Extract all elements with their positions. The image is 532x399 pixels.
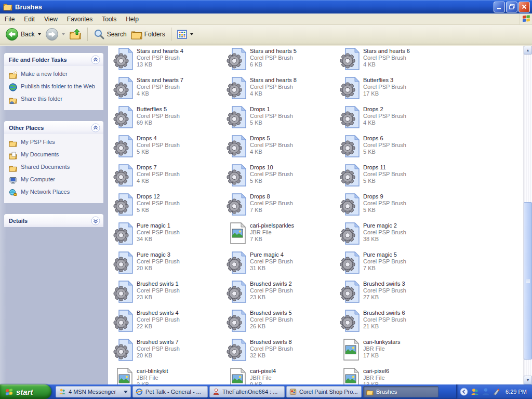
file-tile-brushed-swirls-8[interactable]: Brushed swirls 8Corel PSP Brush32 KB (227, 338, 340, 367)
chevron-up-icon[interactable] (91, 55, 100, 64)
vertical-scrollbar[interactable]: ▲ ▼ (523, 46, 532, 384)
menu-view[interactable]: View (39, 15, 62, 24)
file-tile-stars-and-hearts-8[interactable]: Stars and hearts 8Corel PSP Brush4 KB (227, 76, 340, 105)
taskbar-button-label: Corel Paint Shop Pro... (299, 389, 358, 395)
taskbar-button-corel-paint-shop-pro[interactable]: Corel Paint Shop Pro... (286, 386, 362, 397)
scrollbar-track[interactable] (524, 55, 532, 376)
task-link-shared-documents[interactable]: Shared Documents (9, 164, 101, 172)
file-name: Pure magic 1 (137, 222, 180, 229)
views-button[interactable] (175, 29, 195, 41)
taskbar-button-4-msn-messenger[interactable]: 4 MSN Messenger (56, 386, 131, 397)
scrollbar-thumb[interactable] (524, 202, 532, 360)
psp-brush-file-icon (340, 280, 361, 303)
file-tile-brushed-swirls-3[interactable]: Brushed swirls 3Corel PSP Brush27 KB (340, 280, 453, 309)
msn-messenger-tray-icon[interactable] (471, 388, 479, 396)
file-tile-drops-9[interactable]: Drops 9Corel PSP Brush5 KB (340, 192, 453, 221)
file-tile-pure-magic-2[interactable]: Pure magic 2Corel PSP Brush38 KB (340, 221, 453, 250)
back-button[interactable]: Back (3, 26, 43, 42)
start-button[interactable]: start (0, 384, 51, 399)
file-tile-drops-4[interactable]: Drops 4Corel PSP Brush5 KB (113, 134, 227, 163)
file-tile-stars-and-hearts-4[interactable]: Stars and hearts 4Corel PSP Brush13 KB (113, 47, 227, 76)
file-size: 4 KB (363, 119, 406, 126)
chevron-up-icon[interactable] (91, 123, 100, 132)
task-link-make-a-new-folder[interactable]: Make a new folder (9, 71, 101, 79)
forward-button[interactable] (43, 26, 67, 42)
minimize-button[interactable] (494, 2, 505, 12)
taskbar-button-brushes[interactable]: Brushes (363, 386, 438, 397)
task-link-my-computer[interactable]: My Computer (9, 176, 101, 184)
file-tile-pure-magic-5[interactable]: Pure magic 5Corel PSP Brush7 KB (340, 250, 453, 280)
file-tile-cari-pixel6[interactable]: cari-pixel6JBR File13 KB (340, 367, 453, 384)
file-type: Corel PSP Brush (137, 200, 180, 207)
file-tile-butterflies-3[interactable]: Butterflies 3Corel PSP Brush17 KB (340, 76, 453, 105)
file-tile-cari-blinkykit[interactable]: cari-blinkykitJBR File2 KB (113, 367, 227, 384)
restore-button[interactable] (506, 2, 517, 12)
launcher-tray-icon[interactable] (493, 388, 501, 396)
jbr-image-file-icon (227, 221, 247, 245)
menu-file[interactable]: File (0, 15, 19, 24)
my-computer-icon (9, 176, 17, 184)
file-tile-brushed-swirls-7[interactable]: Brushed swirls 7Corel PSP Brush20 KB (113, 338, 227, 367)
jbr-image-file-icon (340, 367, 361, 384)
file-tile-brushed-swirls-6[interactable]: Brushed swirls 6Corel PSP Brush21 KB (340, 309, 453, 338)
file-type: Corel PSP Brush (250, 84, 297, 90)
up-button[interactable] (67, 27, 84, 42)
file-tile-drops-8[interactable]: Drops 8Corel PSP Brush7 KB (227, 192, 340, 221)
file-tile-stars-and-hearts-6[interactable]: Stars and hearts 6Corel PSP Brush4 KB (340, 47, 453, 76)
file-tile-brushed-swirls-4[interactable]: Brushed swirls 4Corel PSP Brush22 KB (113, 309, 227, 338)
file-tile-brushed-swirls-5[interactable]: Brushed swirls 5Corel PSP Brush26 KB (227, 309, 340, 338)
taskbar-button-thefallenone664[interactable]: TheFallenOne664 : ... (209, 386, 285, 397)
folders-button[interactable]: Folders (129, 28, 167, 41)
task-link-my-psp-files[interactable]: My PSP Files (9, 139, 101, 147)
task-link-my-documents[interactable]: My Documents (9, 151, 101, 159)
file-tile-stars-and-hearts-7[interactable]: Stars and hearts 7Corel PSP Brush4 KB (113, 76, 227, 105)
views-dropdown-arrow[interactable] (190, 33, 193, 35)
menu-favorites[interactable]: Favorites (62, 15, 97, 24)
file-tile-pure-magic-4[interactable]: Pure magic 4Corel PSP Brush31 KB (227, 250, 340, 280)
file-tile-cari-funkystars[interactable]: cari-funkystarsJBR File17 KB (340, 338, 453, 367)
file-tile-drops-6[interactable]: Drops 6Corel PSP Brush5 KB (340, 134, 453, 163)
file-tile-drops-1[interactable]: Drops 1Corel PSP Brush5 KB (227, 105, 340, 134)
taskbar-button-pet-talk-general[interactable]: Pet Talk - General - ... (132, 386, 208, 397)
scrollbar-up-button[interactable]: ▲ (524, 46, 532, 55)
group-dropdown-arrow-icon[interactable] (124, 391, 128, 393)
file-tile-drops-2[interactable]: Drops 2Corel PSP Brush4 KB (340, 105, 453, 134)
file-tile-pure-magic-1[interactable]: Pure magic 1Corel PSP Brush34 KB (113, 221, 227, 250)
file-tile-drops-11[interactable]: Drops 11Corel PSP Brush5 KB (340, 163, 453, 192)
file-tile-brushed-swirls-2[interactable]: Brushed swirls 2Corel PSP Brush23 KB (227, 280, 340, 309)
file-tile-cari-pixel4[interactable]: cari-pixel4JBR File9 KB (227, 367, 340, 384)
file-tile-pure-magic-3[interactable]: Pure magic 3Corel PSP Brush20 KB (113, 250, 227, 280)
chevron-down-icon[interactable] (91, 216, 100, 225)
file-tile-drops-10[interactable]: Drops 10Corel PSP Brush5 KB (227, 163, 340, 192)
task-link-my-network-places[interactable]: My Network Places (9, 189, 101, 197)
msn-chat-icon (212, 388, 220, 395)
close-button[interactable] (518, 2, 530, 12)
file-tile-butterflies-5[interactable]: Butterflies 5Corel PSP Brush69 KB (113, 105, 227, 134)
panel-header-other-places[interactable]: Other Places (4, 121, 103, 134)
file-size: 13 KB (137, 61, 183, 68)
file-tile-stars-and-hearts-5[interactable]: Stars and hearts 5Corel PSP Brush6 KB (227, 47, 340, 76)
menu-tools[interactable]: Tools (97, 15, 121, 24)
scrollbar-down-button[interactable]: ▼ (524, 376, 532, 384)
file-type: Corel PSP Brush (137, 345, 180, 352)
publish-web-icon (9, 83, 17, 91)
search-button[interactable]: Search (91, 28, 129, 41)
file-tile-drops-5[interactable]: Drops 5Corel PSP Brush4 KB (227, 134, 340, 163)
up-folder-icon (69, 28, 82, 41)
user-status-tray-icon[interactable] (482, 388, 490, 396)
file-name: Stars and hearts 4 (137, 48, 183, 55)
file-tile-drops-7[interactable]: Drops 7Corel PSP Brush4 KB (113, 163, 227, 192)
tray-collapse-chevron-icon[interactable] (460, 388, 468, 396)
panel-header-details[interactable]: Details (4, 214, 103, 227)
internet-explorer-icon (136, 388, 143, 395)
task-link-share-this-folder[interactable]: Share this folder (9, 96, 101, 104)
menu-edit[interactable]: Edit (19, 15, 39, 24)
file-tile-cari-pixelsparkles[interactable]: cari-pixelsparklesJBR File7 KB (227, 221, 340, 250)
panel-header-file-and-folder-tasks[interactable]: File and Folder Tasks (4, 53, 103, 66)
back-dropdown-arrow[interactable] (38, 33, 41, 35)
file-tile-brushed-swirls-1[interactable]: Brushed swirls 1Corel PSP Brush23 KB (113, 280, 227, 309)
menu-help[interactable]: Help (121, 15, 143, 24)
file-name: cari-funkystars (363, 339, 401, 345)
task-link-publish-this-folder-to-the-web[interactable]: Publish this folder to the Web (9, 83, 101, 91)
file-tile-drops-12[interactable]: Drops 12Corel PSP Brush5 KB (113, 192, 227, 221)
